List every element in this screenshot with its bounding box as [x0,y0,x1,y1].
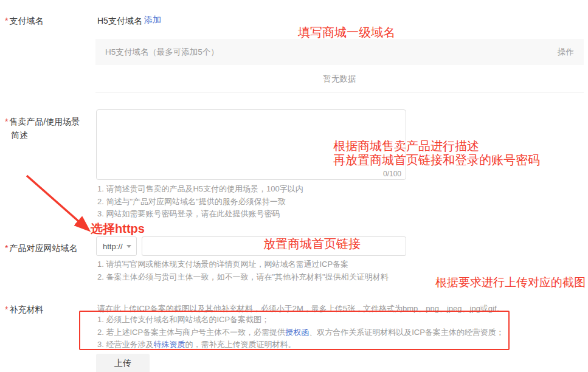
description-notes: 1. 请简述贵司售卖的产品及H5支付的使用场景，100字以内 2. 简述与"产品… [97,183,303,221]
payment-domain-label: *支付域名 [5,14,43,27]
supplementary-item-1: 1. 必须上传支付域名和网站域名的ICP备案截图； [97,314,504,326]
authorization-letter-link[interactable]: 授权函 [285,328,309,337]
supplementary-item-3-tail: 的，需补充上传资质证明材料。 [185,340,296,349]
product-description-label-line2: 简述 [5,130,28,140]
product-description-label: *售卖产品/使用场景 简述 [5,115,96,142]
description-annotation-line2: 再放置商城首页链接和登录的账号密码 [333,153,540,167]
supplementary-item-2-text: 2. 若上述ICP备案主体与商户号主体不一致，必需提供 [97,328,285,337]
url-annotation: 放置商城首页链接 [263,237,361,251]
supplementary-item-2: 2. 若上述ICP备案主体与商户号主体不一致，必需提供授权函、双方合作关系证明材… [97,326,504,339]
required-asterisk: * [5,243,8,253]
website-domain-label: *产品对应网站域名 [5,241,77,255]
description-note-2: 2. 简述与"产品对应网站域名"提供的服务必须保持一致 [97,196,303,208]
domain-table-header-title: H5支付域名（最多可添加5个） [105,47,219,58]
description-note-3: 3. 网站如需要账号密码登录，请在此处提供账号密码 [97,208,303,221]
domain-table-empty-row: 暂无数据 [95,65,584,93]
special-qualification-link[interactable]: 特殊资质 [153,340,185,349]
supplementary-item-2-tail: 、双方合作关系证明材料以及ICP备案主体的经营资质； [309,328,504,337]
required-asterisk: * [5,16,8,26]
annotation-arrow [17,172,102,240]
protocol-select-value: http:// [103,242,123,251]
supplementary-item-3-text: 3. 经营业务涉及 [97,340,153,349]
upload-button[interactable]: 上传 [96,354,150,372]
merchant-form-page: *支付域名 H5支付域名 添加 填写商城一级域名 H5支付域名（最多可添加5个）… [0,0,588,372]
description-annotation-line1: 根据商城售卖产品进行描述 [333,139,479,153]
supplementary-items: 1. 必须上传支付域名和网站域名的ICP备案截图； 2. 若上述ICP备案主体与… [97,314,504,351]
website-note-2: 2. 备案主体必须与贵司主体一致，如不一致，请在"其他补充材料"提供相关证明材料 [97,271,389,284]
chevron-down-icon [126,245,131,248]
https-annotation: 选择https [91,222,145,236]
domain-table-header: H5支付域名（最多可添加5个） 操作 [95,39,584,65]
h5-domain-sublabel: H5支付域名 [97,14,142,27]
domain-table-action-header: 操作 [558,47,574,58]
required-asterisk: * [5,117,8,126]
website-note-1: 1. 请填写官网或能体现支付场景的详情页网址，网站域名需通过ICP备案 [97,258,389,271]
protocol-select[interactable]: http:// [96,236,137,256]
upload-annotation: 根据要求进行上传对应的截图 [435,275,586,289]
empty-data-text: 暂无数据 [323,74,356,84]
domain-annotation: 填写商城一级域名 [298,26,395,40]
required-asterisk: * [5,305,8,314]
supplementary-item-3: 3. 经营业务涉及特殊资质的，需补充上传资质证明材料。 [97,339,504,351]
description-note-1: 1. 请简述贵司售卖的产品及H5支付的使用场景，100字以内 [97,183,303,196]
website-domain-notes: 1. 请填写官网或能体现支付场景的详情页网址，网站域名需通过ICP备案 2. 备… [97,258,389,283]
supplementary-label: *补充材料 [5,303,43,316]
char-counter: 0/100 [383,170,401,178]
add-domain-link[interactable]: 添加 [144,15,161,26]
